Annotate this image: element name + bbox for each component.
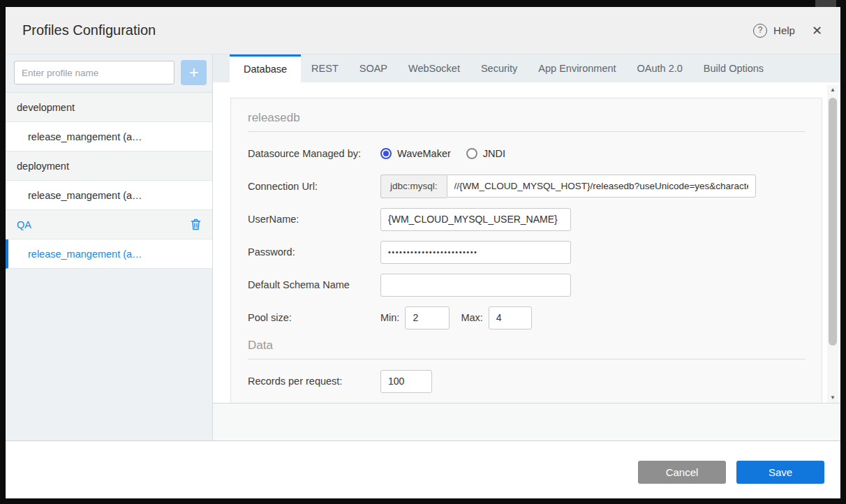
cancel-button[interactable]: Cancel	[638, 461, 726, 484]
wavemaker-radio-label[interactable]: WaveMaker	[397, 148, 451, 159]
tab-database[interactable]: Database	[230, 54, 301, 82]
datasource-label: Datasource Managed by:	[248, 148, 380, 159]
connection-url-label: Connection Url:	[248, 181, 380, 192]
username-row: UserName:	[248, 207, 805, 231]
connection-url-row: Connection Url: jdbc:mysql:	[248, 175, 805, 198]
profile-item-label: release_mangement (a…	[28, 190, 142, 201]
pool-size-row: Pool size: Min: Max:	[248, 306, 805, 329]
connection-url-input[interactable]	[447, 175, 756, 198]
password-row: Password:	[248, 240, 805, 264]
trash-icon	[191, 218, 201, 230]
header-actions: ? Help ✕	[753, 23, 822, 38]
profile-group-deployment[interactable]: deployment	[6, 151, 212, 181]
add-profile-button[interactable]: +	[181, 60, 207, 85]
section-divider	[248, 359, 805, 360]
records-per-request-label: Records per request:	[248, 376, 380, 387]
profile-item-release-mangement-deploy[interactable]: release_mangement (a…	[6, 181, 212, 210]
password-label: Password:	[248, 246, 380, 258]
dialog-body: + development release_mangement (a… depl…	[6, 54, 840, 440]
profile-detail-panel: Database REST SOAP WebSocket Security Ap…	[213, 54, 840, 440]
tab-content-viewport: releasedb Datasource Managed by: WaveMak…	[213, 82, 840, 403]
profile-group-qa[interactable]: QA	[6, 210, 212, 239]
profile-group-label: development	[17, 102, 75, 113]
profile-name-input[interactable]	[14, 61, 175, 84]
pool-min-input[interactable]	[405, 306, 450, 329]
profile-group-development[interactable]: development	[6, 93, 212, 122]
help-icon[interactable]: ?	[753, 24, 767, 38]
jndi-radio-label[interactable]: JNDI	[483, 148, 505, 159]
profile-list: development release_mangement (a… deploy…	[6, 92, 212, 269]
pool-min-label: Min:	[380, 312, 399, 323]
profile-search-row: +	[6, 54, 212, 92]
tab-app-environment[interactable]: App Environment	[528, 54, 626, 82]
username-label: UserName:	[248, 214, 380, 225]
profile-item-release-mangement-qa[interactable]: release_mangement (a…	[6, 239, 212, 269]
scroll-up-icon[interactable]: ▲	[827, 85, 838, 95]
profile-item-release-mangement-dev[interactable]: release_mangement (a…	[6, 122, 212, 151]
profile-group-label: deployment	[17, 161, 69, 172]
close-icon[interactable]: ✕	[812, 23, 822, 38]
schema-input[interactable]	[380, 274, 571, 297]
records-per-request-row: Records per request:	[248, 369, 805, 393]
schema-label: Default Schema Name	[248, 279, 380, 290]
dialog-title: Profiles Configuration	[22, 22, 156, 38]
tab-rest[interactable]: REST	[301, 54, 349, 82]
profiles-sidebar: + development release_mangement (a… depl…	[6, 54, 213, 440]
profile-item-label: release_mangement (a…	[28, 249, 142, 260]
scroll-down-icon[interactable]: ▼	[827, 393, 838, 403]
jndi-radio[interactable]	[466, 148, 477, 159]
jdbc-prefix-addon: jdbc:mysql:	[380, 175, 447, 198]
pool-size-label: Pool size:	[248, 312, 380, 323]
tab-soap[interactable]: SOAP	[349, 54, 398, 82]
datasource-row: Datasource Managed by: WaveMaker JNDI	[248, 142, 805, 165]
profiles-configuration-dialog: Profiles Configuration ? Help ✕ + develo…	[6, 7, 840, 498]
dialog-header: Profiles Configuration ? Help ✕	[6, 7, 840, 54]
panel-bottom-strip	[213, 403, 840, 440]
tab-websocket[interactable]: WebSocket	[398, 54, 470, 82]
tab-build-options[interactable]: Build Options	[693, 54, 774, 82]
pool-max-label: Max:	[461, 312, 482, 323]
delete-profile-button[interactable]	[191, 218, 201, 230]
username-input[interactable]	[380, 208, 571, 231]
tab-security[interactable]: Security	[470, 54, 528, 82]
connection-url-group: jdbc:mysql:	[380, 175, 756, 198]
section-divider	[248, 131, 805, 132]
data-section-title: Data	[248, 339, 805, 353]
tab-oauth[interactable]: OAuth 2.0	[627, 54, 693, 82]
save-button[interactable]: Save	[736, 461, 824, 484]
datasource-radio-group: WaveMaker JNDI	[380, 148, 521, 159]
profile-tabs: Database REST SOAP WebSocket Security Ap…	[213, 54, 840, 82]
schema-row: Default Schema Name	[248, 273, 805, 297]
password-input[interactable]	[380, 241, 571, 264]
database-config-card: releasedb Datasource Managed by: WaveMak…	[230, 98, 822, 403]
profile-group-label: QA	[17, 219, 31, 230]
help-link[interactable]: Help	[773, 24, 795, 36]
records-per-request-input[interactable]	[380, 370, 432, 393]
wavemaker-radio[interactable]	[380, 148, 392, 159]
database-section-title: releasedb	[248, 111, 805, 125]
pool-max-input[interactable]	[489, 306, 532, 329]
content-scrollbar[interactable]: ▲ ▼	[827, 85, 838, 403]
profile-item-label: release_mangement (a…	[28, 131, 142, 142]
scrollbar-thumb[interactable]	[829, 98, 837, 346]
dialog-footer: Cancel Save	[6, 440, 840, 498]
